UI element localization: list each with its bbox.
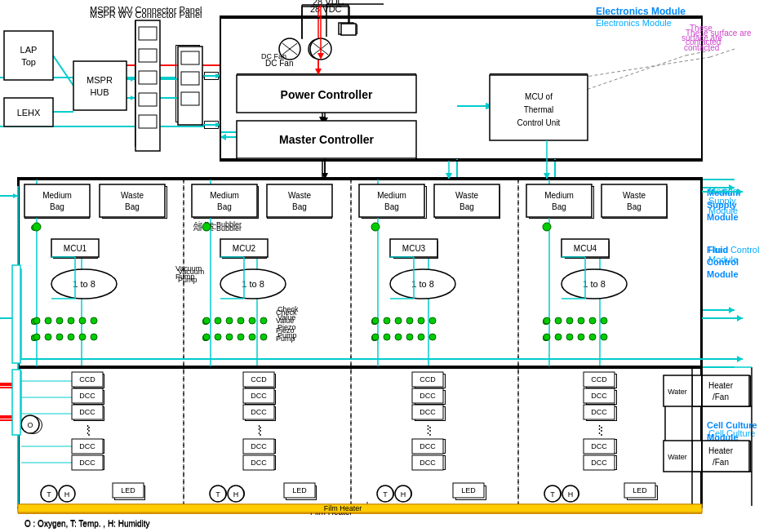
svg-marker-359 [737,356,743,362]
medium-supply-label: Medium Supply Module [708,186,766,215]
waste-bag-4: Waste Bag [602,186,668,219]
one-to-8-3: 1 to 8 [393,269,455,298]
dcc-3c: DCC [415,439,446,454]
led-1: LED [114,485,145,500]
mcu1-box: MCU1 [53,241,98,259]
svg-line-155 [282,43,297,55]
svg-point-31 [309,39,328,59]
o-symbol-1: O [24,416,42,434]
dcc-2c: DCC [245,439,276,454]
legend-text: O : Oxygen, T: Temp. , H: Humidity [24,520,150,529]
water-box-1: Water [665,375,692,406]
t-circle-2: T [211,485,227,502]
svg-line-34 [285,43,295,55]
mcu-thermal-box: MCU of Thermal Control Unit [490,73,588,139]
air-debubbler-label: Air De-Bubbler [193,224,242,233]
ccd-3: CCD [415,374,446,388]
water-box-2: Water [665,441,692,472]
dcc-1d: DCC [73,455,104,470]
waste-bag-2: Waste Bag [267,186,332,219]
ccd-4: CCD [586,374,617,388]
medium-bag-1: Medium Bag [24,186,90,219]
h-circle-4: H [563,485,579,502]
mspr-hub-box: MSPR HUB [73,61,122,110]
dc-fan-label: DC Fan [265,59,293,68]
mcu-thermal-label: MCU of Thermal Control Unit [491,96,587,116]
piezo-pump-label: Piezo Pump [276,326,309,343]
flow-dot-3 [371,224,378,231]
svg-point-157 [310,38,331,60]
dcc-2d: DCC [245,455,276,470]
dcc-4a: DCC [586,390,617,405]
svg-marker-73 [729,307,735,313]
lehx-box: LEHX [4,98,53,126]
svg-line-35 [285,43,295,55]
flow-dot-1 [31,224,38,231]
waste-bag-3: Waste Bag [435,186,500,219]
master-controller-label: Master Controller [279,134,374,147]
dots-1: ⋮ [83,424,95,437]
dcc-3b: DCC [415,406,446,421]
medium-bag-3: Medium Bag [362,186,427,219]
svg-line-159 [313,43,328,55]
led-2: LED [286,485,317,500]
dcc-1b: DCC [73,406,104,421]
dots-3: ⋮ [424,424,436,437]
dcc-1a: DCC [73,390,104,405]
connector-panel-2 [175,45,200,122]
svg-text:Electronics Module: Electronics Module [596,6,686,17]
electronics-module-label: Electronics Module [596,18,672,28]
dcc-1c: DCC [73,439,104,454]
heater-fan-1: Heater /Fan [694,375,751,406]
fuse-symbol [341,24,357,34]
connector-panel [135,20,159,147]
connector-sym-2 [204,121,219,129]
mcu2-box: MCU2 [222,241,267,259]
ccd-1: CCD [73,374,104,388]
lehx-label: LEHX [17,108,41,117]
dcc-2b: DCC [245,406,276,421]
film-heater-label: Film Heater [310,508,353,516]
lap-top-box: LAP Top [4,31,53,80]
surface-note: These surface are contacted [686,29,759,47]
svg-text:Module: Module [707,269,739,279]
svg-line-14 [710,49,735,57]
dots-4: ⋮ [596,424,607,437]
t-circle-3: T [378,485,394,502]
one-to-8-1: 1 to 8 [53,269,114,298]
led-4: LED [627,485,658,500]
medium-bag-2: Medium Bag [193,186,259,219]
medium-bag-4: Medium Bag [529,186,594,219]
heater-fan-2: Heater /Fan [694,441,751,472]
svg-point-154 [279,38,300,60]
h-circle-3: H [396,485,412,502]
mspr-hub-label: MSPR HUB [74,76,122,95]
h-circle-2: H [229,485,245,502]
check-value-label: Check Value [276,308,309,325]
flow-dot-2 [202,224,209,231]
svg-line-36 [313,43,324,55]
dcc-3d: DCC [415,455,446,470]
film-heater-bar [18,504,702,514]
svg-line-158 [313,43,328,55]
svg-point-28 [280,39,300,59]
mspr-wv-label: MSPR WV Connector Panel [90,10,202,20]
waste-bag-1: Waste Bag [102,186,167,219]
power-controller-box: Power Controller [237,73,416,113]
dcc-4c: DCC [586,439,617,454]
power-controller-label: Power Controller [281,86,373,100]
dcc-4b: DCC [586,406,617,421]
t-circle-1: T [41,485,57,502]
one-to-8-2: 1 to 8 [222,269,283,298]
mcu4-box: MCU4 [565,241,610,259]
lap-top-label: LAP Top [11,51,45,60]
dcc-2a: DCC [245,390,276,405]
svg-line-156 [282,43,297,55]
svg-line-45 [53,55,73,86]
led-3: LED [455,485,486,500]
connector-sym-1 [204,72,219,80]
h-circle-1: H [59,485,75,502]
vacuum-pump-label: Vacuum Pump [178,268,211,284]
fluid-control-label: Fluid Control Module [708,245,766,264]
svg-marker-357 [737,315,743,321]
